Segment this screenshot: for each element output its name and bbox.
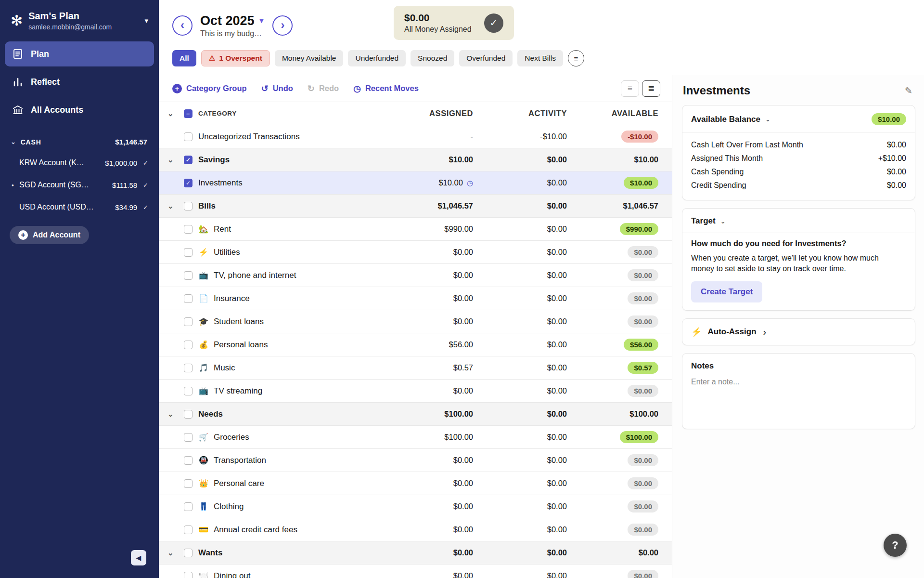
- group-row[interactable]: ⌄Bills$1,046.57$0.00$1,046.57: [159, 195, 672, 218]
- undo-button[interactable]: ↺ Undo: [261, 84, 293, 93]
- assigned-value[interactable]: $1,046.57: [372, 201, 473, 210]
- assigned-value[interactable]: $0.00: [372, 502, 473, 511]
- filter-pill-money-available[interactable]: Money Available: [275, 50, 344, 66]
- row-checkbox[interactable]: ✓: [184, 156, 192, 164]
- row-checkbox[interactable]: [184, 341, 192, 349]
- available-pill[interactable]: $990.00: [620, 223, 658, 235]
- assigned-value[interactable]: $0.00: [372, 271, 473, 280]
- add-account-button[interactable]: + Add Account: [10, 226, 89, 244]
- help-button[interactable]: ?: [884, 534, 907, 557]
- sidebar-item-all-accounts[interactable]: All Accounts: [5, 97, 154, 122]
- assigned-value[interactable]: $100.00: [372, 433, 473, 442]
- row-checkbox[interactable]: [184, 525, 192, 534]
- category-row[interactable]: 🎓Student loans$0.00$0.00$0.00: [159, 310, 672, 333]
- row-checkbox[interactable]: [184, 410, 192, 419]
- row-checkbox[interactable]: [184, 294, 192, 303]
- row-checkbox[interactable]: [184, 271, 192, 280]
- available-pill[interactable]: -$10.00: [621, 131, 658, 143]
- group-row[interactable]: ⌄✓Savings$10.00$0.00$10.00: [159, 148, 672, 171]
- available-pill[interactable]: $10.00: [624, 177, 658, 189]
- account-item[interactable]: ●USD Account (USD…$34.99✓: [0, 196, 159, 218]
- category-row[interactable]: 🚇Transportation$0.00$0.00$0.00: [159, 449, 672, 472]
- available-pill[interactable]: $0.00: [628, 315, 658, 328]
- compact-view-button[interactable]: ≡: [621, 80, 639, 97]
- category-row[interactable]: 📄Insurance$0.00$0.00$0.00: [159, 287, 672, 310]
- filter-pill-all[interactable]: All: [172, 50, 196, 66]
- row-checkbox[interactable]: [184, 433, 192, 442]
- target-header[interactable]: Target ⌄: [691, 216, 906, 226]
- sidebar-item-plan[interactable]: Plan: [5, 41, 154, 66]
- filter-pill-overfunded[interactable]: Overfunded: [459, 50, 513, 66]
- account-item[interactable]: ●SGD Account (SG…$111.58✓: [0, 174, 159, 196]
- row-checkbox[interactable]: [184, 502, 192, 511]
- filter-icon[interactable]: ≡: [568, 50, 584, 66]
- assigned-value[interactable]: $0.00: [372, 479, 473, 488]
- assigned-value[interactable]: $0.00: [372, 294, 473, 303]
- row-checkbox[interactable]: [184, 572, 192, 578]
- category-row[interactable]: 💰Personal loans$56.00$0.00$56.00: [159, 333, 672, 356]
- month-title[interactable]: Oct 2025: [200, 13, 255, 28]
- filter-pill-next-bills[interactable]: Next Bills: [517, 50, 563, 66]
- category-row[interactable]: 📺TV, phone and internet$0.00$0.00$0.00: [159, 264, 672, 287]
- row-checkbox[interactable]: [184, 479, 192, 488]
- row-checkbox[interactable]: [184, 248, 192, 257]
- category-row[interactable]: 📺TV streaming$0.00$0.00$0.00: [159, 380, 672, 403]
- category-row[interactable]: 👑Personal care$0.00$0.00$0.00: [159, 472, 672, 495]
- plan-switcher[interactable]: ✻ Sam's Plan samlee.mobbin@gmail.com ▾: [0, 0, 159, 39]
- row-checkbox[interactable]: ✓: [184, 179, 192, 187]
- group-row[interactable]: ⌄Wants$0.00$0.00$0.00: [159, 541, 672, 565]
- available-pill[interactable]: $0.00: [628, 477, 658, 489]
- category-row[interactable]: 🎵Music$0.57$0.00$0.57: [159, 356, 672, 380]
- account-item[interactable]: ●KRW Account (K…$1,000.00✓: [0, 152, 159, 174]
- edit-icon[interactable]: ✎: [905, 85, 912, 96]
- available-pill[interactable]: $0.00: [628, 292, 658, 304]
- auto-assign-card[interactable]: ⚡ Auto-Assign ›: [682, 318, 915, 345]
- group-row[interactable]: ⌄Needs$100.00$0.00$100.00: [159, 403, 672, 426]
- row-checkbox[interactable]: [184, 456, 192, 465]
- assigned-value[interactable]: $0.00: [372, 525, 473, 534]
- create-target-button[interactable]: Create Target: [691, 281, 762, 302]
- assigned-value[interactable]: $10.00◷: [372, 178, 473, 187]
- recent-moves-button[interactable]: ◷ Recent Moves: [353, 84, 419, 93]
- available-balance-header[interactable]: Available Balance ⌄ $10.00: [691, 113, 906, 125]
- category-row[interactable]: 👖Clothing$0.00$0.00$0.00: [159, 495, 672, 518]
- assigned-value[interactable]: $0.00: [372, 456, 473, 465]
- available-pill[interactable]: $100.00: [620, 431, 658, 443]
- available-pill[interactable]: $56.00: [624, 339, 658, 351]
- category-row[interactable]: ⚡Utilities$0.00$0.00$0.00: [159, 241, 672, 264]
- category-row[interactable]: ✓Investments$10.00◷$0.00$10.00: [159, 171, 672, 195]
- filter-pill-underfunded[interactable]: Underfunded: [348, 50, 406, 66]
- category-row[interactable]: 🛒Groceries$100.00$0.00$100.00: [159, 426, 672, 449]
- chevron-down-icon[interactable]: ⌄: [167, 549, 184, 557]
- available-pill[interactable]: $0.00: [628, 269, 658, 281]
- cash-section-header[interactable]: ⌄ CASH $1,146.57: [0, 125, 159, 152]
- previous-month-button[interactable]: ‹: [172, 15, 192, 36]
- assigned-value[interactable]: $100.00: [372, 409, 473, 419]
- select-all-checkbox[interactable]: –: [184, 109, 192, 118]
- assigned-value[interactable]: -: [372, 132, 473, 141]
- chevron-down-icon[interactable]: ⌄: [167, 410, 184, 419]
- assigned-value[interactable]: $0.00: [372, 571, 473, 578]
- filter-pill-1-overspent[interactable]: ⚠1 Overspent: [201, 50, 270, 66]
- available-pill[interactable]: $0.00: [628, 500, 658, 512]
- assigned-value[interactable]: $0.00: [372, 317, 473, 326]
- add-category-group-button[interactable]: + Category Group: [172, 84, 247, 93]
- chevron-down-icon[interactable]: ⌄: [167, 109, 184, 118]
- comfortable-view-button[interactable]: ≣: [642, 80, 660, 97]
- assigned-value[interactable]: $990.00: [372, 224, 473, 234]
- available-pill[interactable]: $0.57: [628, 362, 658, 374]
- assigned-value[interactable]: $0.57: [372, 363, 473, 372]
- chevron-down-icon[interactable]: ⌄: [167, 202, 184, 210]
- row-checkbox[interactable]: [184, 387, 192, 395]
- row-checkbox[interactable]: [184, 225, 192, 234]
- assigned-value[interactable]: $10.00: [372, 155, 473, 164]
- assigned-value[interactable]: $0.00: [372, 248, 473, 257]
- sidebar-item-reflect[interactable]: Reflect: [5, 69, 154, 94]
- row-checkbox[interactable]: [184, 549, 192, 557]
- available-pill[interactable]: $0.00: [628, 385, 658, 397]
- filter-pill-snoozed[interactable]: Snoozed: [411, 50, 454, 66]
- next-month-button[interactable]: ›: [272, 15, 293, 36]
- redo-button[interactable]: ↻ Redo: [308, 84, 339, 93]
- assigned-value[interactable]: $56.00: [372, 340, 473, 349]
- assigned-value[interactable]: $0.00: [372, 548, 473, 557]
